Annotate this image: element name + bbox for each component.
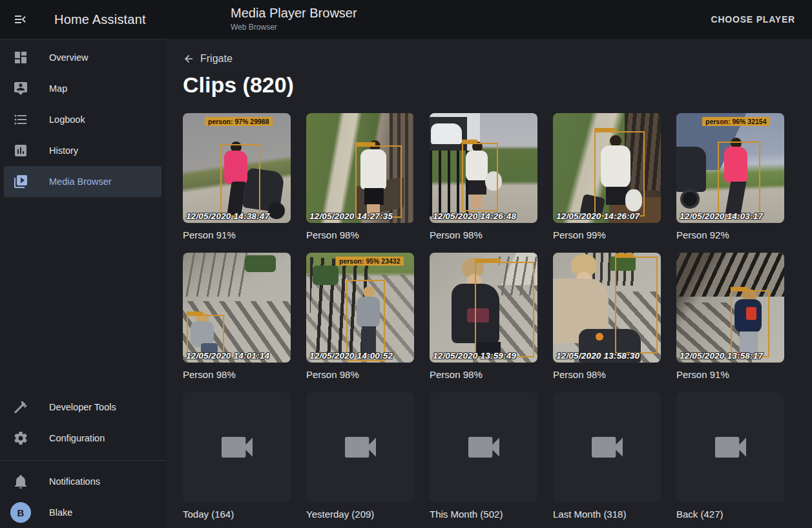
clip-thumbnail: 12/05/2020 14:27:35	[306, 113, 414, 223]
user-name-label: Blake	[49, 507, 72, 518]
clip-label: Person 98%	[430, 229, 537, 242]
page-title: Clips (820)	[183, 72, 796, 98]
folder-label: Back (427)	[676, 509, 784, 521]
detection-bbox	[220, 144, 260, 216]
sidebar-item-configuration[interactable]: Configuration	[4, 423, 161, 454]
poll-box-icon	[13, 143, 28, 158]
video-icon	[340, 427, 381, 468]
avatar: B	[10, 502, 31, 523]
app-title: Home Assistant	[54, 12, 146, 27]
detection-label: person: 96% 32154	[702, 117, 770, 126]
detection-bbox	[355, 145, 402, 218]
timestamp-overlay: 12/05/2020 14:26:07	[556, 211, 640, 221]
timestamp-overlay: 12/05/2020 14:27:35	[309, 211, 393, 221]
sidebar-item-label: Configuration	[49, 433, 105, 443]
sidebar-item-label: History	[49, 145, 78, 156]
view-dashboard-icon	[13, 50, 28, 65]
clip-card[interactable]: person: 97% 29988 12/05/2020 14:38:47 Pe…	[183, 113, 291, 242]
sidebar-item-map[interactable]: Map	[4, 73, 161, 104]
sidebar-item-logbook[interactable]: Logbook	[4, 104, 161, 135]
clip-label: Person 91%	[183, 229, 291, 242]
folder-tile	[553, 392, 661, 502]
clip-thumbnail: person: 96% 32154 12/05/2020 14:03:17	[676, 113, 784, 223]
sidebar-item-history[interactable]: History	[4, 135, 161, 166]
video-icon	[463, 427, 505, 468]
choose-player-button[interactable]: CHOOSE PLAYER	[706, 9, 800, 30]
clip-card[interactable]: person: 96% 32154 12/05/2020 14:03:17 Pe…	[676, 113, 784, 242]
timestamp-overlay: 12/05/2020 13:58:17	[680, 351, 763, 361]
clip-label: Person 92%	[676, 229, 784, 242]
clip-card[interactable]: 12/05/2020 14:27:35 Person 98%	[306, 113, 414, 242]
sidebar-item-label: Notifications	[49, 476, 100, 487]
folder-tile	[676, 392, 784, 502]
detection-bbox	[594, 131, 645, 216]
panel-subtitle: Web Browser	[231, 23, 357, 32]
sidebar-item-label: Overview	[49, 52, 88, 63]
folder-card-yesterday[interactable]: Yesterday (209)	[306, 392, 414, 521]
timestamp-overlay: 12/05/2020 13:58:30	[556, 351, 640, 361]
timestamp-overlay: 12/05/2020 14:00:52	[309, 351, 393, 361]
clip-label: Person 99%	[553, 229, 661, 242]
panel-title: Media Player Browser	[231, 6, 357, 21]
clip-thumbnail: 12/05/2020 14:01:14	[183, 253, 291, 363]
gear-icon	[13, 430, 28, 446]
folder-tile	[430, 392, 537, 502]
breadcrumb-label: Frigate	[200, 53, 233, 65]
clip-card[interactable]: 12/05/2020 14:26:07 Person 99%	[553, 113, 661, 242]
menu-toggle-icon[interactable]	[12, 10, 30, 28]
clip-thumbnail: 12/05/2020 13:58:30	[553, 253, 661, 363]
clip-label: Person 98%	[430, 369, 537, 381]
clip-thumbnail: 12/05/2020 13:58:17	[676, 253, 784, 363]
breadcrumb-back[interactable]: Frigate	[183, 53, 233, 65]
arrow-left-icon	[183, 53, 194, 65]
clip-label: Person 98%	[553, 369, 661, 381]
clip-thumbnail: 12/05/2020 14:26:07	[553, 113, 661, 223]
detection-label: person: 97% 29988	[205, 117, 273, 126]
folder-card-this-month[interactable]: This Month (502)	[430, 392, 537, 521]
detection-bbox	[462, 143, 498, 211]
clip-card[interactable]: 12/05/2020 14:26:48 Person 98%	[430, 113, 537, 242]
folder-label: Last Month (318)	[553, 509, 661, 521]
folder-card-last-month[interactable]: Last Month (318)	[553, 392, 661, 521]
clip-label: Person 91%	[676, 369, 784, 381]
detection-bbox	[346, 280, 385, 361]
sidebar: Overview Map Logbook History Media Brows…	[0, 39, 165, 528]
timestamp-overlay: 12/05/2020 14:03:17	[680, 211, 763, 221]
folder-label: This Month (502)	[430, 509, 537, 521]
folder-card-back[interactable]: Back (427)	[676, 392, 784, 521]
video-icon	[216, 427, 258, 468]
clip-card[interactable]: 12/05/2020 13:58:30 Person 98%	[553, 253, 661, 381]
folder-tile	[183, 392, 291, 502]
detection-bbox	[475, 262, 534, 357]
folder-label: Today (164)	[183, 509, 291, 521]
sidebar-item-media-browser[interactable]: Media Browser	[4, 166, 161, 197]
sidebar-item-label: Map	[49, 83, 67, 94]
video-icon	[710, 427, 751, 468]
clip-card[interactable]: 12/05/2020 13:59:49 Person 98%	[430, 253, 537, 381]
clip-card[interactable]: 12/05/2020 14:01:14 Person 98%	[183, 253, 291, 381]
clip-label: Person 98%	[183, 369, 291, 381]
clip-card[interactable]: person: 95% 23432 12/05/2020 14:00:52 Pe…	[306, 253, 414, 381]
clip-card[interactable]: 12/05/2020 13:58:17 Person 91%	[676, 253, 784, 381]
format-list-bulleted-icon	[13, 112, 28, 127]
bell-icon	[13, 474, 28, 489]
hammer-icon	[13, 399, 28, 415]
sidebar-item-label: Logbook	[49, 114, 85, 125]
clip-thumbnail: 12/05/2020 14:26:48	[430, 113, 537, 223]
folder-card-today[interactable]: Today (164)	[183, 392, 291, 521]
clip-thumbnail: person: 97% 29988 12/05/2020 14:38:47	[183, 113, 291, 223]
sidebar-divider	[0, 460, 165, 461]
timestamp-overlay: 12/05/2020 14:01:14	[186, 351, 269, 361]
folder-label: Yesterday (209)	[306, 509, 414, 521]
clip-label: Person 98%	[306, 369, 414, 381]
sidebar-item-label: Developer Tools	[49, 402, 116, 412]
clips-grid: person: 97% 29988 12/05/2020 14:38:47 Pe…	[183, 113, 796, 521]
sidebar-item-overview[interactable]: Overview	[4, 42, 161, 73]
top-app-bar: Home Assistant Media Player Browser Web …	[0, 0, 812, 39]
timestamp-overlay: 12/05/2020 14:26:48	[433, 211, 516, 221]
sidebar-item-label: Media Browser	[49, 176, 112, 187]
sidebar-item-developer-tools[interactable]: Developer Tools	[4, 392, 161, 423]
sidebar-item-user[interactable]: B Blake	[4, 497, 161, 528]
sidebar-item-notifications[interactable]: Notifications	[4, 466, 161, 497]
tooltip-account-icon	[13, 81, 28, 96]
